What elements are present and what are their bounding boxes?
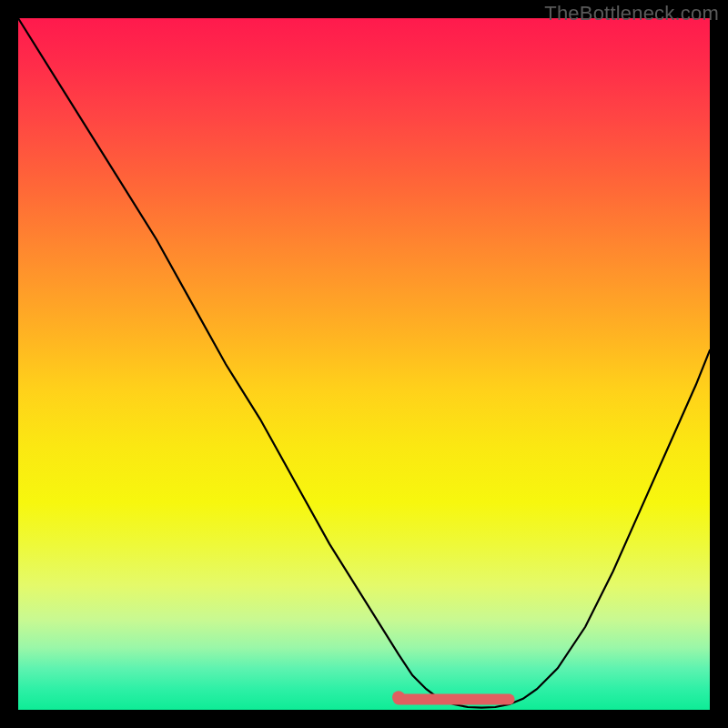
bottleneck-curve — [18, 18, 710, 708]
watermark-text: TheBottleneck.com — [544, 2, 719, 25]
chart-frame: TheBottleneck.com — [0, 0, 728, 728]
optimal-range-start-dot — [392, 691, 405, 703]
chart-svg-layer — [18, 18, 710, 710]
